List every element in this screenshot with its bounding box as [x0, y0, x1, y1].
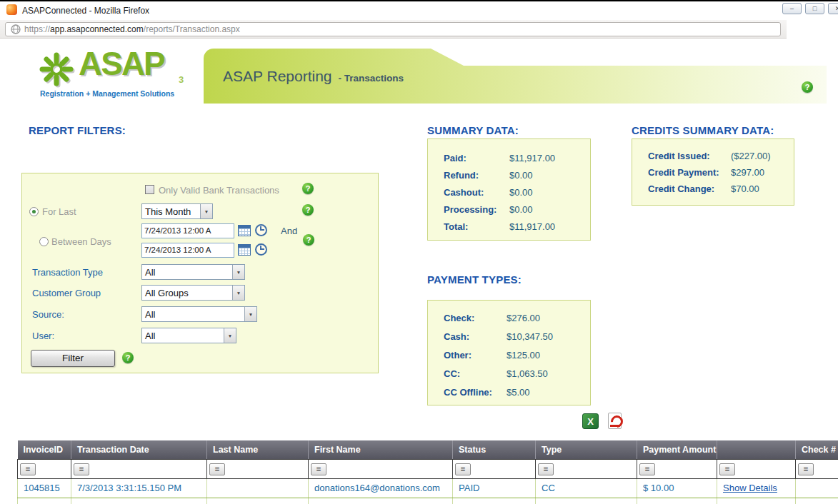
column-filter-button[interactable]: =: [798, 463, 814, 475]
credits-row: Credit Payment:$297.00: [648, 164, 794, 181]
asap-logo: ASAP 3 Registration + Management Solutio…: [37, 47, 209, 104]
source-select[interactable]: All ▼: [141, 306, 257, 322]
between-days-help-icon[interactable]: ?: [303, 234, 314, 246]
page-content: ASAP 3 Registration + Management Solutio…: [0, 39, 838, 504]
for-last-help-icon[interactable]: ?: [302, 204, 314, 216]
only-valid-help-icon[interactable]: ?: [302, 183, 314, 194]
excel-export-icon[interactable]: X: [582, 413, 599, 429]
banner-help-icon[interactable]: ?: [802, 81, 813, 93]
globe-icon: [11, 24, 21, 34]
window-title: ASAPConnected - Mozilla Firefox: [22, 6, 149, 16]
window-controls: – □ ✕: [782, 3, 838, 14]
column-filter-button[interactable]: =: [209, 463, 225, 475]
calendar-icon[interactable]: [238, 244, 251, 256]
payment-value: $276.00: [507, 313, 540, 323]
asap-gear-icon: [37, 50, 76, 89]
window-titlebar: ASAPConnected - Mozilla Firefox – □ ✕: [0, 1, 838, 20]
payment-row: Check:$276.00: [444, 308, 590, 327]
customer-group-label: Customer Group: [32, 288, 101, 298]
payment-label: Check:: [444, 313, 507, 323]
summary-label: Processing:: [444, 204, 509, 215]
address-bar[interactable]: https://app.asapconnected.com/reports/Tr…: [5, 22, 781, 36]
credits-value: ($227.00): [731, 151, 771, 161]
between-days-radio[interactable]: [39, 237, 49, 246]
for-last-select[interactable]: This Month ▼: [141, 203, 213, 219]
banner-subtitle: - Transactions: [339, 73, 404, 84]
column-filter-button[interactable]: =: [311, 463, 326, 475]
calendar-icon[interactable]: [238, 225, 251, 236]
for-last-label: For Last: [42, 206, 76, 217]
column-header-payment-amount: Payment Amount: [637, 440, 717, 459]
column-filter-button[interactable]: =: [20, 463, 36, 475]
column-filter-button[interactable]: =: [639, 463, 655, 475]
date-from-input[interactable]: 7/24/2013 12:00 A: [141, 223, 234, 238]
minimize-button[interactable]: –: [782, 3, 802, 14]
summary-row: Cashout:$0.00: [444, 183, 590, 201]
transaction-type-select[interactable]: All ▼: [141, 264, 245, 280]
chevron-down-icon: ▼: [244, 307, 256, 321]
credits-summary-heading: CREDITS SUMMARY DATA:: [632, 124, 774, 136]
only-valid-checkbox[interactable]: [145, 185, 154, 194]
summary-data-heading: SUMMARY DATA:: [427, 124, 519, 136]
clock-icon[interactable]: [255, 224, 267, 236]
chevron-down-icon: ▼: [232, 286, 244, 300]
close-button[interactable]: ✕: [828, 3, 838, 14]
show-details-link[interactable]: Show Details: [723, 483, 777, 493]
cell-last-name: [207, 478, 309, 498]
summary-row: Refund:$0.00: [444, 166, 590, 183]
transaction-type-value: All: [142, 265, 232, 279]
browser-toolbar: https://app.asapconnected.com/reports/Tr…: [0, 20, 838, 39]
column-header-check-number: Check #: [796, 440, 838, 459]
table-header-row: InvoiceID Transaction Date Last Name Fir…: [18, 440, 838, 459]
url-scheme: https://: [24, 24, 50, 34]
summary-row: Processing:$0.00: [444, 201, 590, 218]
payment-label: CC Offline:: [444, 387, 507, 398]
summary-row: Total:$11,917.00: [444, 218, 590, 235]
date-to-input[interactable]: 7/24/2013 12:00 A: [141, 243, 234, 258]
column-filter-button[interactable]: =: [719, 463, 735, 475]
filter-button[interactable]: Filter: [31, 350, 115, 367]
page-banner: ASAP Reporting - Transactions ?: [204, 49, 827, 104]
url-path: /reports/Transaction.aspx: [144, 24, 240, 34]
user-select[interactable]: All ▼: [141, 328, 236, 343]
credits-value: $297.00: [731, 167, 764, 178]
table-row: 1046200 7/5/2013 3:09:51.937 AM Auston K…: [18, 498, 838, 504]
summary-value: $0.00: [509, 170, 533, 181]
logo-mark: 3: [179, 74, 184, 85]
customer-group-select[interactable]: All Groups ▼: [141, 285, 245, 301]
cell-last-name: Auston: [207, 498, 309, 504]
column-filter-button[interactable]: =: [74, 463, 89, 475]
column-header-first-name: First Name: [309, 440, 453, 459]
toolbar-spacer: [787, 20, 838, 39]
filter-help-icon[interactable]: ?: [122, 352, 134, 363]
column-header-invoiceid: InvoiceID: [18, 440, 71, 459]
credits-label: Credit Issued:: [648, 151, 731, 161]
for-last-select-value: This Month: [142, 204, 200, 218]
cell-details: Show Details: [717, 478, 796, 498]
credits-row: Credit Change:$70.00: [648, 181, 794, 197]
cell-status: PAID: [453, 478, 536, 498]
column-filter-button[interactable]: =: [538, 463, 554, 475]
summary-value: $11,917.00: [509, 153, 555, 163]
table-filter-row: = = = = = = = = =: [18, 459, 838, 478]
payment-label: Cash:: [444, 331, 507, 342]
browser-window: ASAPConnected - Mozilla Firefox – □ ✕ ht…: [0, 0, 838, 504]
cell-first-name: Kate: [309, 498, 453, 504]
cell-first-name: donations164@donations.com: [309, 478, 453, 498]
column-filter-button[interactable]: =: [455, 463, 471, 475]
banner-title: ASAP Reporting: [223, 68, 332, 85]
cell-transaction-date: 7/5/2013 3:09:51.937 AM: [71, 498, 207, 504]
transaction-type-label: Transaction Type: [32, 267, 103, 278]
for-last-radio[interactable]: [29, 207, 39, 216]
payment-label: CC:: [444, 368, 507, 379]
maximize-button[interactable]: □: [805, 3, 824, 14]
cell-type: CC: [536, 498, 637, 504]
pdf-export-icon[interactable]: [608, 413, 622, 429]
user-value: All: [142, 328, 224, 343]
user-label: User:: [32, 331, 54, 341]
chevron-down-icon: ▼: [232, 265, 244, 279]
payment-types-panel: Check:$276.00 Cash:$10,347.50 Other:$125…: [427, 300, 591, 405]
summary-value: $11,917.00: [509, 221, 555, 232]
chevron-down-icon: ▼: [224, 328, 236, 343]
clock-icon[interactable]: [255, 243, 267, 256]
